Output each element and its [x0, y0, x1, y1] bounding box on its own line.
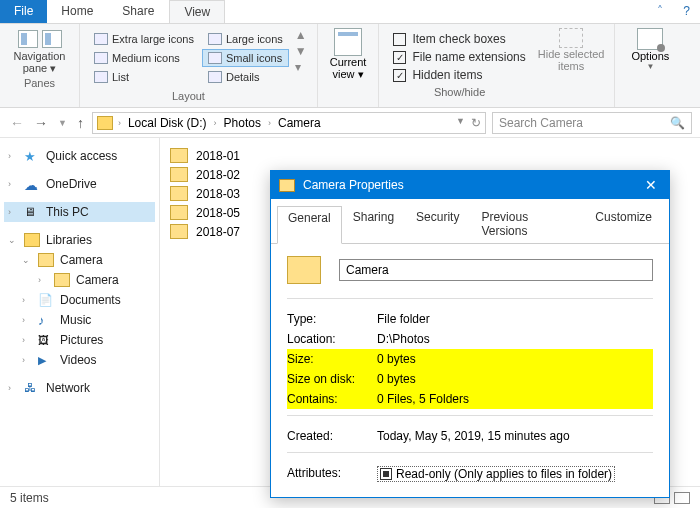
music-icon [38, 313, 54, 327]
recent-dropdown[interactable]: ▼ [56, 118, 69, 128]
libraries-icon [24, 233, 40, 247]
videos-icon [38, 353, 54, 367]
folder-name-input[interactable] [339, 259, 653, 281]
chevron-right-icon[interactable]: › [265, 118, 274, 128]
tab-general[interactable]: General [277, 206, 342, 244]
tree-camera-sub[interactable]: ›Camera [4, 270, 155, 290]
item-check-boxes-toggle[interactable]: Item check boxes [393, 30, 525, 48]
breadcrumb[interactable]: › Local Disk (D:) › Photos › Camera ▼ ↻ [92, 112, 486, 134]
refresh-icon[interactable]: ↻ [471, 116, 481, 130]
layout-medium[interactable]: Medium icons [88, 49, 200, 67]
ribbon: Navigation pane ▾ Panes Extra large icon… [0, 24, 700, 108]
address-bar: ← → ▼ ↑ › Local Disk (D:) › Photos › Cam… [0, 108, 700, 138]
close-icon[interactable]: ✕ [641, 177, 661, 193]
folder-icon [170, 205, 188, 220]
created-label: Created: [287, 429, 377, 443]
tree-onedrive[interactable]: ›OneDrive [4, 174, 155, 194]
folder-icon [170, 148, 188, 163]
search-input[interactable]: Search Camera 🔍 [492, 112, 692, 134]
status-text: 5 items [10, 491, 49, 505]
tree-libraries[interactable]: ⌄Libraries [4, 230, 155, 250]
created-value: Today, May 5, 2019, 15 minutes ago [377, 429, 570, 443]
up-button[interactable]: ↑ [75, 115, 86, 131]
folder-icon [170, 167, 188, 182]
layout-group-label: Layout [172, 88, 205, 104]
dialog-tabs: General Sharing Security Previous Versio… [271, 199, 669, 244]
tristate-icon [380, 468, 392, 480]
checkbox-icon: ✓ [393, 69, 406, 82]
forward-button[interactable]: → [32, 115, 50, 131]
readonly-checkbox[interactable]: Read-only (Only applies to files in fold… [377, 466, 615, 482]
contains-label: Contains: [287, 392, 377, 406]
tab-previous-versions[interactable]: Previous Versions [470, 205, 584, 243]
layout-details[interactable]: Details [202, 68, 289, 86]
size-label: Size: [287, 352, 377, 366]
details-pane-icon[interactable] [42, 30, 62, 48]
star-icon [24, 149, 40, 163]
chevron-right-icon[interactable]: › [211, 118, 220, 128]
location-value: D:\Photos [377, 332, 430, 346]
tree-network[interactable]: ›Network [4, 378, 155, 398]
folder-icon [170, 224, 188, 239]
size-on-disk-label: Size on disk: [287, 372, 377, 386]
tree-music[interactable]: ›Music [4, 310, 155, 330]
tree-quick-access[interactable]: ›Quick access [4, 146, 155, 166]
attributes-label: Attributes: [287, 466, 377, 482]
checkbox-icon [393, 33, 406, 46]
drive-icon [97, 116, 113, 130]
folder-icon [170, 186, 188, 201]
tree-pictures[interactable]: ›Pictures [4, 330, 155, 350]
tab-customize[interactable]: Customize [584, 205, 663, 243]
file-tab[interactable]: File [0, 0, 47, 23]
search-icon: 🔍 [670, 116, 685, 130]
share-tab[interactable]: Share [108, 0, 169, 23]
tab-security[interactable]: Security [405, 205, 470, 243]
layout-scroll[interactable]: ▲▼▾ [291, 28, 311, 74]
pc-icon [24, 205, 40, 219]
list-item[interactable]: 2018-01 [170, 146, 690, 165]
pictures-icon [38, 333, 54, 347]
dialog-titlebar[interactable]: Camera Properties ✕ [271, 171, 669, 199]
hidden-items-toggle[interactable]: ✓Hidden items [393, 66, 525, 84]
layout-small[interactable]: Small icons [202, 49, 289, 67]
showhide-group-label: Show/hide [393, 84, 525, 100]
checkbox-icon: ✓ [393, 51, 406, 64]
navigation-pane-button[interactable]: Navigation pane ▾ [14, 50, 66, 75]
tree-camera[interactable]: ⌄Camera [4, 250, 155, 270]
dialog-body: Type:File folder Location:D:\Photos Size… [271, 244, 669, 497]
options-button[interactable]: Options▼ [621, 28, 679, 71]
thumbnails-view-icon[interactable] [674, 492, 690, 504]
address-dropdown-icon[interactable]: ▼ [456, 116, 465, 130]
documents-icon [38, 293, 54, 307]
crumb-photos[interactable]: Photos [222, 116, 263, 130]
panes-group-label: Panes [24, 75, 55, 91]
crumb-drive[interactable]: Local Disk (D:) [126, 116, 209, 130]
type-value: File folder [377, 312, 430, 326]
folder-icon [54, 273, 70, 287]
chevron-right-icon[interactable]: › [115, 118, 124, 128]
dialog-title: Camera Properties [303, 178, 404, 192]
folder-icon [38, 253, 54, 267]
ribbon-collapse-icon[interactable]: ˄ [647, 0, 673, 23]
search-placeholder: Search Camera [499, 116, 583, 130]
layout-extra-large[interactable]: Extra large icons [88, 30, 200, 48]
file-name-extensions-toggle[interactable]: ✓File name extensions [393, 48, 525, 66]
folder-icon [287, 256, 321, 284]
tree-this-pc[interactable]: ›This PC [4, 202, 155, 222]
contains-value: 0 Files, 5 Folders [377, 392, 469, 406]
home-tab[interactable]: Home [47, 0, 108, 23]
view-tab[interactable]: View [169, 0, 225, 23]
type-label: Type: [287, 312, 377, 326]
crumb-camera[interactable]: Camera [276, 116, 323, 130]
current-view-button[interactable]: Current view ▾ [324, 28, 373, 81]
current-view-icon [334, 28, 362, 56]
tree-videos[interactable]: ›Videos [4, 350, 155, 370]
network-icon [24, 381, 40, 395]
layout-list[interactable]: List [88, 68, 200, 86]
back-button[interactable]: ← [8, 115, 26, 131]
tab-sharing[interactable]: Sharing [342, 205, 405, 243]
layout-large[interactable]: Large icons [202, 30, 289, 48]
preview-pane-icon[interactable] [18, 30, 38, 48]
tree-documents[interactable]: ›Documents [4, 290, 155, 310]
help-icon[interactable]: ? [673, 0, 700, 23]
